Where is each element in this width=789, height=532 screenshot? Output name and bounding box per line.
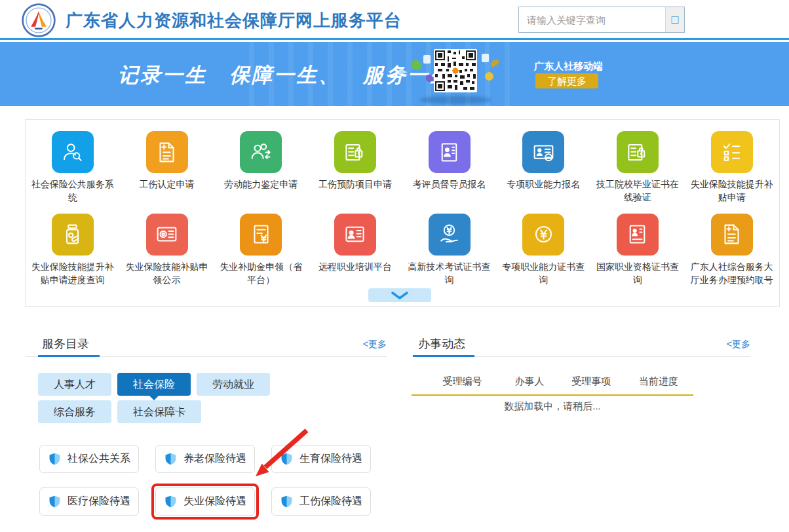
catalog-button[interactable]: 养老保险待遇 [155, 445, 255, 473]
shield-icon [48, 452, 62, 466]
service-tile[interactable]: 社会保险公共服务系统 [26, 131, 120, 204]
qr-code [434, 49, 477, 92]
mobile-app-label: 广东人社移动端 [534, 60, 603, 73]
catalog-tab[interactable]: 人事人才 [38, 373, 111, 396]
catalog-button-label: 生育保险待遇 [299, 452, 362, 466]
service-tile-label: 工伤认定申请 [124, 178, 210, 191]
service-tile-label: 工伤预防项目申请 [312, 178, 398, 191]
catalog-button-label: 养老保险待遇 [183, 452, 246, 466]
services-panel: 社会保险公共服务系统工伤认定申请劳动能力鉴定申请工伤预防项目申请考评员督导员报名… [25, 119, 780, 307]
hero-banner: 记录一生 保障一生、 服务一生 广东人社移动端 了解更多 [0, 42, 789, 106]
doc-person-icon [617, 214, 659, 256]
catalog-button-label: 社保公共关系 [67, 452, 130, 466]
service-tile[interactable]: 高新技术考试证书查询 [402, 214, 497, 287]
service-tile-label: 失业保险技能提升补贴申请 [689, 178, 775, 204]
catalog-tab[interactable]: 劳动就业 [197, 373, 270, 396]
catalog-button[interactable]: 生育保险待遇 [271, 445, 371, 473]
search-input[interactable] [519, 7, 665, 32]
service-tile-label: 技工院校毕业证书在线验证 [594, 178, 681, 204]
catalog-buttons: 社保公共关系养老保险待遇生育保险待遇医疗保险待遇失业保险待遇工伤保险待遇 [39, 445, 390, 516]
person-card-icon [334, 214, 376, 256]
table-column-header: 当前进度 [623, 375, 693, 388]
gdhrss-logo-icon [22, 3, 56, 37]
doc-yen-icon [240, 214, 282, 256]
person-list-icon [429, 131, 471, 173]
checklist-icon [711, 131, 753, 173]
title-underline [413, 355, 474, 357]
yen-circle-icon [522, 214, 564, 256]
pill-bottle-icon [52, 214, 94, 256]
deco-card-icon [482, 54, 489, 62]
catalog-button-label: 医疗保险待遇 [67, 495, 130, 508]
service-tile-label: 劳动能力鉴定申请 [218, 178, 304, 191]
catalog-button[interactable]: 工伤保险待遇 [271, 487, 371, 516]
services-row-1: 失业保险技能提升补贴申请进度查询失业保险技能补贴申领公示失业补助金申领（省平台）… [26, 214, 779, 287]
table-column-header: 受理事项 [559, 375, 623, 388]
service-tile[interactable]: 劳动能力鉴定申请 [214, 131, 308, 204]
service-tile-label: 社会保险公共服务系统 [29, 178, 116, 204]
service-tile-label: 专项职业能力报名 [500, 178, 587, 191]
service-tile-label: 考评员督导员报名 [406, 178, 493, 191]
search-icon: □ [672, 13, 679, 27]
service-tile[interactable]: 失业保险技能提升补贴申请进度查询 [26, 214, 120, 287]
chevron-down-icon [391, 292, 408, 299]
service-tile-label: 失业补助金申领（省平台） [218, 260, 304, 287]
search-button[interactable]: □ [665, 7, 684, 32]
catalog-button[interactable]: 社保公共关系 [39, 445, 139, 473]
service-tile[interactable]: 专项职业能力报名 [496, 131, 590, 204]
shield-icon [280, 452, 294, 466]
service-tile[interactable]: 失业保险技能补贴申领公示 [120, 214, 214, 287]
shield-icon [280, 495, 294, 508]
service-tile[interactable]: 国家职业资格证书查询 [590, 214, 685, 287]
service-tile[interactable]: 失业补助金申领（省平台） [214, 214, 308, 287]
learn-more-button[interactable]: 了解更多 [535, 73, 598, 88]
service-tile[interactable]: 工伤认定申请 [120, 131, 214, 204]
service-tile-label: 高新技术考试证书查询 [406, 260, 493, 287]
service-tile[interactable]: 考评员督导员报名 [402, 131, 497, 204]
catalog-tabs: 人事人才社会保险劳动就业综合服务社会保障卡 [38, 373, 300, 423]
service-catalog-section: 服务目录 <更多 人事人才社会保险劳动就业综合服务社会保障卡 社保公共关系养老保… [26, 331, 387, 527]
service-tile-label: 失业保险技能补贴申领公示 [124, 260, 210, 287]
catalog-button-label: 失业保险待遇 [183, 495, 246, 508]
service-tile[interactable]: 失业保险技能提升补贴申请 [685, 131, 779, 204]
service-tile[interactable]: 广东人社综合服务大厅业务办理预约取号 [685, 214, 779, 287]
section-title: 办事动态 [418, 336, 465, 352]
people-arrows-icon [240, 131, 282, 173]
doc-plus-icon [146, 131, 188, 173]
service-tile-label: 远程职业培训平台 [312, 260, 398, 273]
activity-section: 办事动态 <更多 受理编号办事人受理事项当前进度 数据加载中，请稍后... [412, 331, 750, 527]
service-tile-label: 失业保险技能提升补贴申请进度查询 [29, 260, 116, 287]
activity-more-link[interactable]: <更多 [727, 339, 750, 351]
services-row-0: 社会保险公共服务系统工伤认定申请劳动能力鉴定申请工伤预防项目申请考评员督导员报名… [26, 131, 779, 204]
page-title: 广东省人力资源和社会保障厅网上服务平台 [66, 9, 402, 32]
qr-shadow [419, 96, 491, 104]
service-tile[interactable]: 远程职业培训平台 [308, 214, 402, 287]
catalog-tab[interactable]: 社会保险 [117, 373, 191, 396]
shield-icon [164, 495, 178, 508]
deco-card-icon [423, 55, 431, 64]
list-badge-icon [617, 131, 659, 173]
service-tile[interactable]: 工伤预防项目申请 [308, 131, 402, 204]
catalog-button[interactable]: 失业保险待遇 [155, 487, 255, 516]
title-underline [38, 355, 100, 357]
deco-dot-purple [426, 75, 433, 82]
card-si-icon [146, 214, 188, 256]
service-tile-label: 专项职业能力证书查询 [500, 260, 587, 287]
table-header-rule [412, 394, 693, 396]
catalog-button[interactable]: 医疗保险待遇 [39, 487, 139, 516]
service-tile[interactable]: 技工院校毕业证书在线验证 [590, 131, 685, 204]
site-header: 广东省人力资源和社会保障厅网上服务平台 □ [0, 0, 789, 40]
activity-table-header: 受理编号办事人受理事项当前进度 [412, 375, 693, 388]
service-tile[interactable]: 专项职业能力证书查询 [496, 214, 590, 287]
catalog-tab[interactable]: 社会保障卡 [117, 400, 201, 423]
section-title: 服务目录 [42, 336, 89, 352]
catalog-tab[interactable]: 综合服务 [38, 400, 111, 423]
expand-button[interactable] [368, 288, 431, 302]
service-tile-label: 广东人社综合服务大厅业务办理预约取号 [689, 260, 775, 287]
table-column-header: 受理编号 [425, 375, 500, 388]
deco-leaf-icon [490, 58, 500, 67]
catalog-more-link[interactable]: <更多 [363, 339, 387, 351]
person-magnifier-icon [52, 131, 94, 173]
search-box: □ [518, 7, 685, 33]
shield-icon [164, 452, 178, 466]
